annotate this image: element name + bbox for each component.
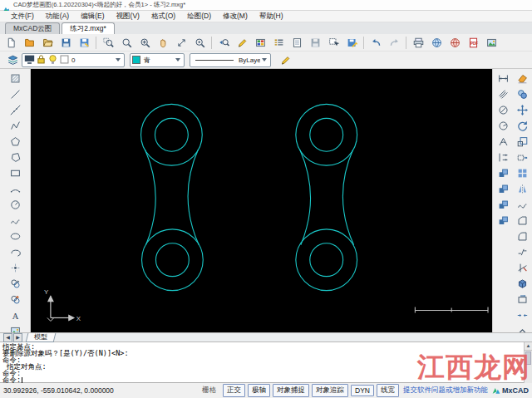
dim-baseline-button[interactable]: [495, 150, 512, 165]
move-button[interactable]: [514, 102, 531, 118]
construction-line-tool-button[interactable]: [7, 102, 24, 118]
zoom-button[interactable]: [117, 34, 135, 51]
zoom-window-button[interactable]: [99, 34, 117, 51]
tab-drawing[interactable]: 练习2.mxg*: [62, 22, 114, 34]
redo-button[interactable]: [385, 34, 403, 51]
stretch-button[interactable]: [514, 150, 531, 165]
layers-manager-button[interactable]: [3, 52, 22, 68]
menu-help[interactable]: 帮助(H): [254, 12, 289, 22]
scale-button[interactable]: [514, 134, 531, 150]
copy-button[interactable]: [514, 86, 531, 102]
command-scrollbar[interactable]: ▲: [524, 342, 532, 383]
web-share-button[interactable]: [446, 34, 464, 51]
polyline-tool-button[interactable]: [7, 118, 24, 134]
block-save-button[interactable]: [342, 34, 361, 51]
pan-button[interactable]: [154, 34, 172, 51]
join-button[interactable]: [514, 307, 531, 323]
rectangle-tool-button[interactable]: [7, 165, 24, 181]
tab-mxcad-cloud[interactable]: MxCAD云图: [5, 22, 60, 34]
save-button[interactable]: [57, 34, 75, 51]
zoom-dynamic-button[interactable]: [172, 34, 190, 51]
color-palette-button[interactable]: [251, 34, 269, 51]
undo-button[interactable]: [367, 34, 385, 51]
drawing-canvas[interactable]: YX: [31, 69, 492, 332]
command-window[interactable]: 指定基点:要删除源对象吗？[是(Y)/否(N)]<N>:命令: 指定对角点:命令…: [0, 342, 532, 383]
block-create-tool-button[interactable]: [7, 292, 24, 307]
dim-linear-button[interactable]: [495, 71, 512, 86]
layout-prev-button[interactable]: ◀: [3, 333, 12, 342]
dim-angular-button[interactable]: [495, 134, 512, 150]
toggle-ortho[interactable]: 正交: [223, 384, 245, 397]
export-pdf-button[interactable]: PDF: [464, 34, 482, 51]
menu-format[interactable]: 格式(O): [145, 12, 181, 22]
menu-function[interactable]: 功能(A): [40, 12, 75, 22]
polygon-tool-button[interactable]: [7, 134, 24, 150]
block-insert-tool-button[interactable]: [7, 276, 24, 292]
menu-draw[interactable]: 绘图(D): [181, 12, 217, 22]
dim-style-button-2[interactable]: [495, 181, 512, 197]
region-button[interactable]: [514, 292, 531, 307]
sketch-pencil-button[interactable]: [233, 34, 251, 51]
toggle-dyn[interactable]: DYN: [351, 385, 374, 396]
menu-modify[interactable]: 修改(M): [217, 12, 254, 22]
dim-style-button-1[interactable]: [495, 165, 512, 181]
dim-style-button-3[interactable]: [495, 197, 512, 213]
layer-combo[interactable]: 0: [22, 53, 125, 67]
edit-spline-button[interactable]: [514, 197, 531, 213]
point-tool-button[interactable]: [7, 260, 24, 276]
open-folder-button[interactable]: [38, 34, 57, 51]
rotate-button[interactable]: [514, 118, 531, 134]
array-button[interactable]: [514, 165, 531, 181]
mirror-button[interactable]: [514, 181, 531, 197]
zoom-previous-button[interactable]: [214, 34, 233, 51]
web-publish-button[interactable]: [427, 34, 446, 51]
command-prompt[interactable]: 命令:: [2, 376, 524, 383]
dim-diameter-button[interactable]: [495, 102, 512, 118]
scroll-up-icon[interactable]: ▲: [525, 342, 532, 351]
open-file-button[interactable]: [20, 34, 38, 51]
zoom-object-button[interactable]: [190, 34, 209, 51]
toggle-osnap[interactable]: 对象捕捉: [273, 384, 309, 397]
color-combo[interactable]: 青: [130, 53, 185, 67]
select-object-button[interactable]: [324, 34, 342, 51]
scroll-thumb[interactable]: [525, 351, 531, 365]
toggle-grid[interactable]: 栅格: [198, 384, 220, 397]
line-tool-button[interactable]: [7, 86, 24, 102]
new-file-button[interactable]: [2, 34, 20, 51]
trim-button[interactable]: [514, 260, 531, 276]
spline-tool-button[interactable]: [7, 213, 24, 228]
print-button[interactable]: [409, 34, 427, 51]
linetype-combo[interactable]: ByLayer: [190, 53, 271, 67]
document-button[interactable]: [288, 34, 306, 51]
text-tool-button[interactable]: A: [7, 307, 24, 323]
break-button[interactable]: [514, 244, 531, 260]
dim-style-button-4[interactable]: [495, 213, 512, 228]
toggle-lineweight[interactable]: 线宽: [377, 384, 399, 397]
fillet-button[interactable]: [514, 228, 531, 244]
layout-next-button[interactable]: ▶: [13, 333, 22, 342]
layer-list-button[interactable]: [269, 34, 288, 51]
dim-radius-button[interactable]: [495, 118, 512, 134]
erase-button[interactable]: [514, 71, 531, 86]
hatch-tool-button[interactable]: [7, 71, 24, 86]
export-image-button[interactable]: [482, 34, 500, 51]
arc-tool-button[interactable]: [7, 181, 24, 197]
toggle-otrack[interactable]: 对象追踪: [312, 384, 348, 397]
linetype-pencil-button[interactable]: [276, 52, 294, 68]
polygon2-tool-button[interactable]: [7, 150, 24, 165]
menu-file[interactable]: 文件(F): [5, 12, 40, 22]
save-all-button[interactable]: [306, 34, 324, 51]
feedback-link[interactable]: 提交软件问题或增加新功能: [403, 386, 488, 396]
model-tab[interactable]: 模型: [26, 333, 57, 342]
menu-edit[interactable]: 编辑(E): [75, 12, 110, 22]
menu-view[interactable]: 视图(V): [111, 12, 145, 22]
dim-aligned-button[interactable]: [495, 86, 512, 102]
zoom-extents-button[interactable]: [135, 34, 154, 51]
save-as-button[interactable]: [75, 34, 93, 51]
ellipse-arc-tool-button[interactable]: [7, 244, 24, 260]
ellipse-tool-button[interactable]: [7, 228, 24, 244]
circle-tool-button[interactable]: [7, 197, 24, 213]
chamfer-button[interactable]: [514, 213, 531, 228]
toggle-polar[interactable]: 极轴: [248, 384, 270, 397]
explode-button[interactable]: [514, 276, 531, 292]
